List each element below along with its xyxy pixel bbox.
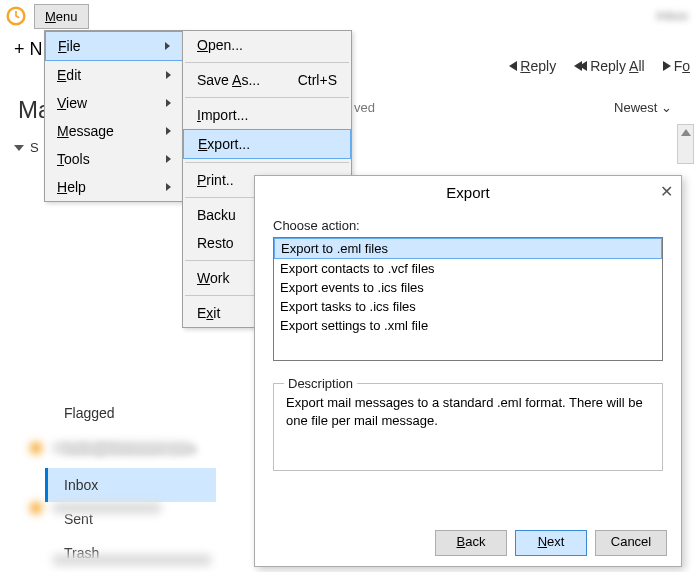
back-button[interactable]: Back bbox=[435, 530, 507, 556]
action-listbox[interactable]: Export to .eml files Export contacts to … bbox=[273, 237, 663, 361]
next-button[interactable]: Next bbox=[515, 530, 587, 556]
option-vcf[interactable]: Export contacts to .vcf files bbox=[274, 259, 662, 278]
reply-button[interactable]: Reply bbox=[509, 58, 556, 74]
menu-tools[interactable]: Tools bbox=[45, 145, 183, 173]
shortcut-label: Ctrl+S bbox=[298, 72, 337, 88]
submenu-save-as[interactable]: Save As...Ctrl+S bbox=[183, 66, 351, 94]
dialog-title: Export bbox=[446, 184, 489, 201]
menu-message[interactable]: Message bbox=[45, 117, 183, 145]
chevron-down-icon: ⌄ bbox=[661, 100, 672, 115]
chevron-right-icon bbox=[166, 155, 171, 163]
chevron-right-icon bbox=[166, 71, 171, 79]
folder-flagged[interactable]: Flagged bbox=[56, 396, 216, 430]
choose-action-label: Choose action: bbox=[273, 218, 663, 233]
scrollbar[interactable] bbox=[677, 124, 694, 164]
submenu-open[interactable]: Open... bbox=[183, 31, 351, 59]
reply-all-button[interactable]: Reply All bbox=[574, 58, 645, 74]
option-ics-tasks[interactable]: Export tasks to .ics files bbox=[274, 297, 662, 316]
app-icon bbox=[6, 6, 26, 26]
option-xml[interactable]: Export settings to .xml file bbox=[274, 316, 662, 335]
chevron-right-icon bbox=[165, 42, 170, 50]
forward-button[interactable]: Fo bbox=[663, 58, 690, 74]
main-menu: File Edit View Message Tools Help bbox=[44, 30, 184, 202]
submenu-import[interactable]: Import... bbox=[183, 101, 351, 129]
description-legend: Description bbox=[284, 375, 357, 393]
chevron-right-icon bbox=[166, 127, 171, 135]
submenu-export[interactable]: Export... bbox=[183, 129, 351, 159]
close-icon[interactable]: ✕ bbox=[660, 182, 673, 201]
chevron-right-icon bbox=[166, 183, 171, 191]
option-ics-events[interactable]: Export events to .ics files bbox=[274, 278, 662, 297]
description-text: Export mail messages to a standard .eml … bbox=[286, 395, 643, 428]
reply-toolbar: Reply Reply All Fo bbox=[509, 58, 690, 74]
chevron-down-icon bbox=[14, 145, 24, 151]
header-inbox-info: Inbox bbox=[656, 8, 688, 23]
cancel-button[interactable]: Cancel bbox=[595, 530, 667, 556]
new-button[interactable]: + N bbox=[14, 39, 43, 60]
export-dialog: Export ✕ Choose action: Export to .eml f… bbox=[254, 175, 682, 567]
menu-file[interactable]: File bbox=[45, 31, 183, 61]
menu-edit[interactable]: Edit bbox=[45, 61, 183, 89]
account-toggle[interactable]: S bbox=[14, 140, 39, 155]
chevron-right-icon bbox=[166, 99, 171, 107]
scroll-up-icon bbox=[681, 129, 691, 136]
menu-view[interactable]: View bbox=[45, 89, 183, 117]
sort-dropdown[interactable]: Newest ⌄ bbox=[614, 100, 672, 115]
menu-help[interactable]: Help bbox=[45, 173, 183, 201]
option-eml[interactable]: Export to .eml files bbox=[274, 238, 662, 259]
dialog-title-bar: Export ✕ bbox=[255, 176, 681, 208]
menu-button[interactable]: Menu bbox=[34, 4, 89, 29]
read-status: ved bbox=[354, 100, 375, 115]
description-fieldset: Description Export mail messages to a st… bbox=[273, 383, 663, 471]
